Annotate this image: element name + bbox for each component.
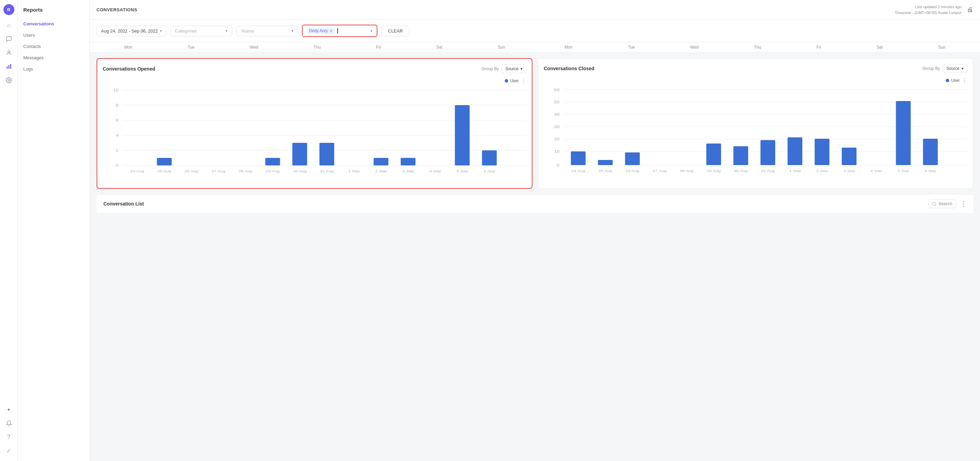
contacts-icon[interactable] bbox=[3, 46, 15, 59]
svg-rect-24 bbox=[320, 143, 334, 166]
svg-rect-29 bbox=[455, 105, 469, 166]
print-icon[interactable]: 🖨 bbox=[967, 6, 973, 13]
closed-chart-title: Conversations Closed bbox=[544, 66, 595, 71]
svg-rect-59 bbox=[571, 152, 585, 165]
date-range-filter[interactable]: Aug 24, 2022 - Sep 06, 2022 ▾ bbox=[97, 26, 166, 36]
topbar-right: Last updated 2 minutes ago Timezone - (G… bbox=[895, 4, 973, 15]
svg-text:29 Aug: 29 Aug bbox=[266, 169, 279, 173]
svg-text:2: 2 bbox=[116, 148, 118, 152]
clear-button[interactable]: CLEAR bbox=[382, 26, 409, 36]
svg-text:1 Sep: 1 Sep bbox=[789, 169, 801, 172]
closed-legend-dot bbox=[946, 79, 949, 82]
closed-legend-label: User bbox=[951, 78, 960, 83]
chevron-down-icon: ▾ bbox=[160, 29, 162, 33]
opened-chart-header: Conversations Opened Group By Source ▾ bbox=[103, 64, 526, 73]
svg-rect-1 bbox=[6, 67, 8, 69]
nav-title: Reports bbox=[18, 5, 89, 18]
svg-text:0: 0 bbox=[557, 163, 560, 167]
sidebar-item-users[interactable]: Users bbox=[18, 29, 89, 41]
svg-rect-67 bbox=[788, 137, 802, 165]
bell-icon[interactable] bbox=[3, 417, 15, 429]
svg-text:30: 30 bbox=[554, 125, 560, 129]
svg-rect-27 bbox=[401, 158, 415, 166]
svg-rect-18 bbox=[157, 158, 172, 166]
svg-text:50: 50 bbox=[554, 100, 560, 104]
svg-rect-61 bbox=[625, 152, 640, 165]
reports-icon[interactable] bbox=[3, 60, 15, 73]
chat-icon[interactable] bbox=[3, 33, 15, 45]
svg-text:25 Aug: 25 Aug bbox=[158, 169, 171, 173]
closed-chart-body: 60 50 40 30 20 10 0 bbox=[544, 86, 967, 182]
user-avatar[interactable]: R bbox=[3, 4, 14, 15]
svg-text:28 Aug: 28 Aug bbox=[680, 169, 694, 172]
conversations-closed-card: Conversations Closed Group By Source ▾ U… bbox=[538, 58, 973, 189]
sidebar-item-logs[interactable]: Logs bbox=[18, 63, 89, 75]
main-content: CONVERSATIONS Last updated 2 minutes ago… bbox=[90, 0, 980, 461]
svg-point-87 bbox=[933, 202, 936, 205]
svg-text:5 Sep: 5 Sep bbox=[457, 169, 468, 173]
svg-point-0 bbox=[8, 51, 10, 53]
opened-legend-dot bbox=[505, 79, 508, 83]
closed-group-by-select[interactable]: Source ▾ bbox=[943, 64, 967, 73]
search-box[interactable]: Search bbox=[928, 199, 956, 208]
closed-chart-svg: 60 50 40 30 20 10 0 bbox=[544, 86, 967, 182]
svg-rect-22 bbox=[266, 158, 280, 166]
conv-list-more-icon[interactable]: ⋮ bbox=[960, 200, 966, 207]
day-strip-right: Mon Tue Wed Thu Fri Sat Sun bbox=[537, 42, 973, 53]
svg-rect-69 bbox=[842, 148, 856, 165]
teams-filter[interactable]: Teams ▾ bbox=[236, 26, 298, 36]
opened-group-by-select[interactable]: Source ▾ bbox=[502, 64, 526, 73]
opened-chart-body: 10 8 6 4 2 0 bbox=[103, 87, 526, 183]
svg-text:8: 8 bbox=[116, 104, 118, 107]
day-strip-left: Mon Tue Wed Thu Fri Sat Sun bbox=[97, 42, 533, 53]
conversation-list-header: Conversation List Search ⋮ bbox=[97, 194, 973, 213]
svg-rect-64 bbox=[706, 144, 721, 165]
nav-sidebar: Reports Conversations Users Contacts Mes… bbox=[18, 0, 90, 461]
settings-icon[interactable] bbox=[3, 74, 15, 86]
svg-text:31 Aug: 31 Aug bbox=[761, 169, 775, 172]
conversations-opened-card: Conversations Opened Group By Source ▾ U… bbox=[97, 58, 533, 189]
chevron-down-icon: ▾ bbox=[961, 66, 964, 71]
checkmark-icon[interactable]: ✓ bbox=[3, 445, 15, 457]
svg-text:27 Aug: 27 Aug bbox=[212, 169, 225, 173]
conv-list-actions: Search ⋮ bbox=[928, 199, 966, 208]
svg-text:3 Sep: 3 Sep bbox=[402, 169, 414, 173]
svg-rect-65 bbox=[733, 146, 748, 165]
svg-rect-30 bbox=[482, 150, 497, 166]
opened-more-icon[interactable]: ⋮ bbox=[521, 77, 526, 84]
agent-filter[interactable]: Dedy Anry ✕ ▾ bbox=[302, 25, 377, 37]
svg-text:27 Aug: 27 Aug bbox=[653, 169, 667, 172]
svg-rect-66 bbox=[760, 140, 775, 165]
opened-chart-svg: 10 8 6 4 2 0 bbox=[103, 87, 526, 183]
star-icon[interactable]: ✦ bbox=[3, 404, 15, 416]
svg-text:0: 0 bbox=[116, 164, 118, 167]
svg-text:30 Aug: 30 Aug bbox=[734, 169, 748, 172]
sidebar-icons: R ⌂ ✦ ? ✓ bbox=[0, 0, 18, 461]
help-icon[interactable]: ? bbox=[3, 431, 15, 443]
home-icon[interactable]: ⌂ bbox=[3, 19, 15, 32]
svg-text:31 Aug: 31 Aug bbox=[320, 169, 334, 173]
filters-row: Aug 24, 2022 - Sep 06, 2022 ▾ Categories… bbox=[90, 20, 980, 42]
svg-text:5 Sep: 5 Sep bbox=[897, 169, 909, 172]
remove-agent-tag[interactable]: ✕ bbox=[329, 29, 332, 33]
day-strip-row: Mon Tue Wed Thu Fri Sat Sun Mon Tue Wed … bbox=[90, 42, 980, 53]
svg-rect-60 bbox=[598, 160, 612, 165]
svg-text:26 Aug: 26 Aug bbox=[625, 169, 639, 172]
svg-text:25 Aug: 25 Aug bbox=[598, 169, 612, 172]
opened-group-by: Group By Source ▾ bbox=[481, 64, 526, 73]
svg-text:20: 20 bbox=[554, 137, 560, 141]
svg-rect-23 bbox=[293, 143, 307, 166]
chevron-down-icon: ▾ bbox=[520, 67, 523, 71]
svg-rect-68 bbox=[815, 139, 829, 165]
categories-filter[interactable]: Categories ▾ bbox=[170, 26, 232, 36]
svg-text:6 Sep: 6 Sep bbox=[484, 169, 495, 173]
sidebar-item-conversations[interactable]: Conversations bbox=[18, 18, 89, 29]
search-icon bbox=[932, 202, 937, 206]
sidebar-item-messages[interactable]: Messages bbox=[18, 52, 89, 63]
svg-text:29 Aug: 29 Aug bbox=[707, 169, 721, 172]
sidebar-item-contacts[interactable]: Contacts bbox=[18, 41, 89, 52]
svg-text:26 Aug: 26 Aug bbox=[185, 169, 198, 173]
svg-text:40: 40 bbox=[554, 113, 560, 116]
closed-more-icon[interactable]: ⋮ bbox=[962, 77, 967, 84]
search-placeholder: Search bbox=[939, 201, 952, 206]
